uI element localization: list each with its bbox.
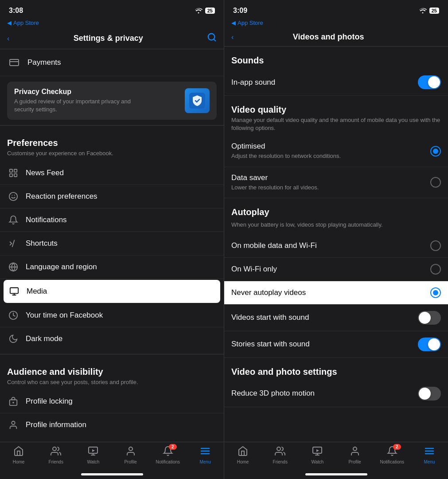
privacy-card-desc: A guided review of your important privac…	[14, 98, 138, 114]
data-saver-radio[interactable]	[430, 177, 441, 188]
videos-sound-row[interactable]: Videos start with sound	[224, 305, 448, 331]
right-app-store-label: App Store	[238, 20, 263, 26]
left-tab-profile[interactable]: Profile	[112, 446, 149, 464]
sidebar-item-shortcuts[interactable]: Shortcuts	[0, 232, 224, 255]
left-tab-menu-icon-wrapper	[200, 446, 210, 458]
sidebar-item-media[interactable]: Media	[4, 280, 220, 303]
left-nav-title: Settings & privacy	[9, 34, 207, 43]
svg-point-35	[353, 447, 357, 451]
left-tab-friends-icon-wrapper	[51, 446, 61, 458]
videos-sound-toggle[interactable]	[418, 311, 441, 325]
right-tab-notifications[interactable]: 2 Notifications	[374, 446, 411, 464]
sidebar-item-news-feed[interactable]: News Feed	[0, 161, 224, 185]
language-icon	[7, 261, 19, 273]
svg-rect-7	[10, 173, 12, 176]
media-label: Media	[27, 287, 47, 296]
shortcuts-label: Shortcuts	[26, 239, 58, 248]
in-app-sound-toggle[interactable]	[418, 75, 441, 89]
optimised-radio[interactable]	[430, 146, 441, 157]
privacy-card-image	[185, 88, 210, 113]
right-tab-friends-icon-wrapper	[275, 446, 285, 458]
right-tab-watch[interactable]: Watch	[299, 446, 336, 464]
right-tab-notifications-icon-wrapper: 2	[387, 446, 397, 458]
videos-sound-label: Videos start with sound	[231, 313, 309, 322]
stories-sound-toggle[interactable]	[418, 338, 441, 351]
privacy-card-title: Privacy Checkup	[14, 88, 138, 96]
sidebar-item-notifications[interactable]: Notifications	[0, 208, 224, 232]
news-feed-icon	[7, 167, 19, 179]
preferences-title: Preferences	[7, 138, 217, 148]
optimised-content: Optimised Adjust the resolution to netwo…	[231, 142, 341, 160]
right-tab-menu[interactable]: Menu	[411, 446, 448, 464]
never-autoplay-radio[interactable]	[430, 287, 441, 298]
wifi-only-row[interactable]: On Wi-Fi only	[224, 258, 448, 281]
left-app-store-back[interactable]: ◀ App Store	[0, 20, 224, 29]
left-tab-notifications[interactable]: 2 Notifications	[149, 446, 187, 464]
mobile-wifi-row[interactable]: On mobile data and Wi-Fi	[224, 234, 448, 258]
data-saver-row[interactable]: Data saver Lower the resolution for all …	[224, 167, 448, 198]
right-tab-friends[interactable]: Friends	[261, 446, 299, 464]
data-saver-content: Data saver Lower the resolution for all …	[231, 173, 319, 192]
left-back-arrow: ◀	[7, 20, 12, 26]
svg-point-19	[13, 402, 14, 403]
svg-point-30	[277, 447, 280, 451]
right-tab-menu-icon-wrapper	[424, 446, 435, 458]
right-app-store-back[interactable]: ◀ App Store	[224, 20, 448, 29]
privacy-checkup-card[interactable]: Privacy Checkup A guided review of your …	[7, 82, 217, 120]
right-wifi-icon	[419, 7, 427, 15]
profile-info-label: Profile information	[26, 420, 86, 429]
reduce-3d-toggle-knob	[419, 388, 431, 400]
right-tab-profile-label: Profile	[348, 459, 361, 464]
sidebar-item-profile-info[interactable]: Profile information	[0, 413, 224, 436]
payments-item[interactable]: Payments	[0, 49, 224, 76]
svg-point-20	[12, 421, 15, 424]
svg-rect-2	[10, 59, 19, 66]
left-tab-menu[interactable]: Menu	[187, 446, 224, 464]
optimised-row[interactable]: Optimised Adjust the resolution to netwo…	[224, 136, 448, 167]
news-feed-label: News Feed	[26, 169, 64, 177]
payments-icon	[7, 55, 21, 70]
right-tab-bar-container: Home Friends	[224, 442, 448, 479]
never-autoplay-row[interactable]: Never autoplay videos	[224, 281, 448, 305]
right-tab-home[interactable]: Home	[224, 446, 261, 464]
preferences-subtitle: Customise your experience on Facebook.	[7, 149, 217, 157]
right-tab-watch-label: Watch	[311, 459, 323, 464]
sidebar-item-language[interactable]: Language and region	[0, 255, 224, 279]
right-time: 3:09	[233, 7, 247, 15]
right-tab-profile[interactable]: Profile	[336, 446, 374, 464]
time-label: Your time on Facebook	[26, 311, 103, 320]
left-tab-home-label: Home	[13, 459, 25, 464]
left-tab-watch-icon-wrapper	[88, 446, 98, 458]
wifi-only-radio[interactable]	[430, 264, 441, 275]
mobile-wifi-radio[interactable]	[430, 240, 441, 251]
audience-section-header: Audience and visibility Control who can …	[0, 358, 224, 390]
video-quality-desc: Manage your default video quality and th…	[231, 116, 441, 132]
preferences-section-header: Preferences Customise your experience on…	[0, 129, 224, 161]
right-tab-menu-label: Menu	[424, 459, 435, 464]
reduce-3d-label: Reduce 3D photo motion	[231, 389, 315, 398]
reduce-3d-row[interactable]: Reduce 3D photo motion	[224, 381, 448, 407]
notifications-icon	[7, 214, 19, 226]
sidebar-item-profile-locking[interactable]: Profile locking	[0, 390, 224, 413]
left-tab-home[interactable]: Home	[0, 446, 37, 464]
sidebar-item-reaction[interactable]: Reaction preferences	[0, 185, 224, 208]
svg-rect-5	[10, 169, 12, 172]
sidebar-item-dark-mode[interactable]: Dark mode	[0, 327, 224, 350]
data-saver-desc: Lower the resolution for all videos.	[231, 184, 319, 192]
left-nav-bar: ‹ Settings & privacy	[0, 29, 224, 49]
stories-sound-label: Stories start with sound	[231, 340, 310, 349]
reduce-3d-toggle[interactable]	[418, 387, 441, 400]
left-search-icon[interactable]	[207, 32, 217, 44]
svg-marker-25	[92, 449, 95, 452]
stories-sound-row[interactable]: Stories start with sound	[224, 331, 448, 358]
left-tab-watch[interactable]: Watch	[74, 446, 112, 464]
reaction-label: Reaction preferences	[26, 192, 97, 201]
left-tab-watch-label: Watch	[87, 459, 99, 464]
left-tab-menu-label: Menu	[199, 459, 210, 464]
right-home-indicator	[305, 473, 367, 475]
sidebar-item-time[interactable]: Your time on Facebook	[0, 304, 224, 327]
left-tab-friends[interactable]: Friends	[37, 446, 74, 464]
in-app-sound-row[interactable]: In-app sound	[224, 69, 448, 96]
left-tab-friends-label: Friends	[49, 459, 63, 464]
divider-1	[0, 125, 224, 126]
